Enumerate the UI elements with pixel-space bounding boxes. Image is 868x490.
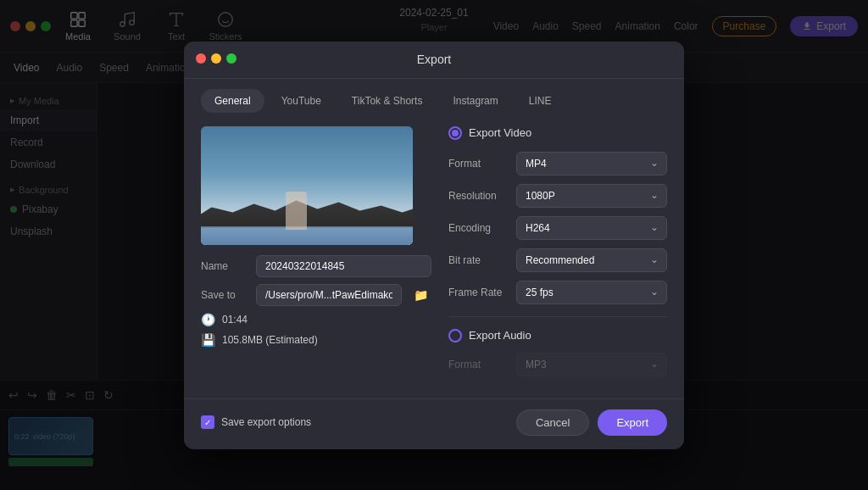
export-video-section[interactable]: Export Video bbox=[448, 126, 667, 140]
resolution-label: Resolution bbox=[448, 190, 516, 202]
save-options-row: ✓ Save export options bbox=[201, 415, 311, 429]
clock-icon: 🕐 bbox=[201, 313, 215, 326]
export-audio-radio[interactable] bbox=[448, 329, 462, 342]
cancel-button[interactable]: Cancel bbox=[516, 409, 589, 436]
modal-body: Name Save to 📁 🕐 01:44 💾 105.8M bbox=[184, 113, 684, 398]
save-to-row: Save to 📁 bbox=[201, 284, 431, 306]
checkmark-icon: ✓ bbox=[204, 418, 211, 427]
name-row: Name bbox=[201, 255, 431, 277]
format-select-wrapper: MP4 MOV AVI bbox=[516, 152, 667, 175]
encoding-select[interactable]: H264 H265 VP9 bbox=[516, 216, 667, 240]
preview-scene bbox=[201, 126, 413, 245]
resolution-select-wrapper: 720P 1080P 2K 4K bbox=[516, 184, 667, 208]
tab-youtube[interactable]: YouTube bbox=[268, 89, 335, 113]
save-options-checkbox[interactable]: ✓ bbox=[201, 415, 214, 429]
export-video-label: Export Video bbox=[469, 126, 531, 139]
framerate-select[interactable]: 24 fps 25 fps 30 fps 60 fps bbox=[516, 281, 667, 304]
format-select[interactable]: MP4 MOV AVI bbox=[516, 152, 667, 175]
video-preview bbox=[201, 126, 413, 245]
framerate-row: Frame Rate 24 fps 25 fps 30 fps 60 fps bbox=[448, 281, 667, 304]
audio-format-select[interactable]: MP3 AAC WAV bbox=[516, 353, 667, 376]
divider bbox=[448, 316, 667, 317]
modal-tl-green[interactable] bbox=[226, 53, 236, 64]
footer-buttons: Cancel Export bbox=[516, 409, 667, 436]
modal-title: Export bbox=[417, 53, 451, 66]
modal-traffic-lights bbox=[196, 53, 236, 64]
duration-row: 🕐 01:44 bbox=[201, 313, 431, 326]
filesize-value: 105.8MB (Estimated) bbox=[222, 334, 318, 346]
browse-button[interactable]: 📁 bbox=[410, 285, 431, 305]
tab-tiktok[interactable]: TikTok & Shorts bbox=[338, 89, 437, 113]
modal-title-bar: Export bbox=[184, 42, 684, 79]
export-audio-label: Export Audio bbox=[469, 329, 531, 342]
modal-tl-red[interactable] bbox=[196, 53, 206, 64]
framerate-select-wrapper: 24 fps 25 fps 30 fps 60 fps bbox=[516, 281, 667, 304]
export-modal: Export General YouTube TikTok & Shorts I… bbox=[184, 42, 684, 449]
name-input[interactable] bbox=[256, 255, 431, 277]
audio-format-row: Format MP3 AAC WAV bbox=[448, 353, 667, 376]
modal-tabs: General YouTube TikTok & Shorts Instagra… bbox=[184, 79, 684, 113]
export-audio-section[interactable]: Export Audio bbox=[448, 329, 667, 342]
framerate-label: Frame Rate bbox=[448, 287, 516, 298]
preview-panel: Name Save to 📁 🕐 01:44 💾 105.8M bbox=[201, 126, 431, 385]
name-label: Name bbox=[201, 260, 248, 272]
format-row: Format MP4 MOV AVI bbox=[448, 152, 667, 175]
tab-line[interactable]: LINE bbox=[515, 89, 565, 113]
resolution-select[interactable]: 720P 1080P 2K 4K bbox=[516, 184, 667, 208]
modal-footer: ✓ Save export options Cancel Export bbox=[184, 398, 684, 449]
bitrate-label: Bit rate bbox=[448, 254, 516, 266]
preview-rocks bbox=[201, 194, 413, 228]
bitrate-select[interactable]: Recommended Low Medium High bbox=[516, 248, 667, 272]
save-to-input[interactable] bbox=[256, 284, 402, 306]
tab-general[interactable]: General bbox=[201, 89, 264, 113]
format-label: Format bbox=[448, 158, 516, 170]
tab-instagram[interactable]: Instagram bbox=[439, 89, 511, 113]
save-options-label: Save export options bbox=[221, 416, 311, 428]
encoding-label: Encoding bbox=[448, 222, 516, 234]
modal-tl-yellow[interactable] bbox=[211, 53, 221, 64]
settings-panel: Export Video Format MP4 MOV AVI Re bbox=[448, 126, 667, 385]
preview-person bbox=[286, 192, 307, 230]
bitrate-row: Bit rate Recommended Low Medium High bbox=[448, 248, 667, 272]
export-modal-button[interactable]: Export bbox=[598, 409, 667, 436]
export-video-radio[interactable] bbox=[448, 126, 462, 140]
preview-water bbox=[201, 226, 413, 245]
audio-format-label: Format bbox=[448, 359, 516, 370]
duration-value: 01:44 bbox=[222, 314, 248, 326]
resolution-row: Resolution 720P 1080P 2K 4K bbox=[448, 184, 667, 208]
audio-format-select-wrapper: MP3 AAC WAV bbox=[516, 353, 667, 376]
encoding-row: Encoding H264 H265 VP9 bbox=[448, 216, 667, 240]
encoding-select-wrapper: H264 H265 VP9 bbox=[516, 216, 667, 240]
modal-overlay: Export General YouTube TikTok & Shorts I… bbox=[0, 0, 868, 490]
save-to-label: Save to bbox=[201, 289, 248, 301]
bitrate-select-wrapper: Recommended Low Medium High bbox=[516, 248, 667, 272]
filesize-icon: 💾 bbox=[201, 333, 215, 347]
filesize-row: 💾 105.8MB (Estimated) bbox=[201, 333, 431, 347]
